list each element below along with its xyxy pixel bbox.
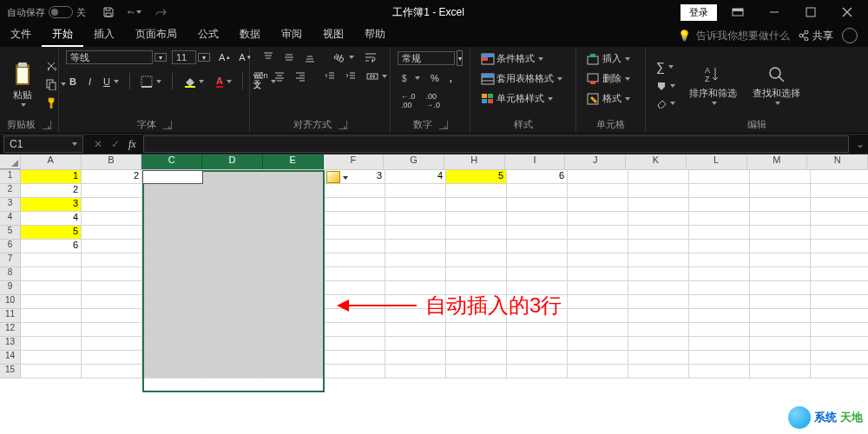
align-bottom-button[interactable] bbox=[301, 50, 319, 64]
cell-J1[interactable] bbox=[568, 170, 628, 184]
cell-J3[interactable] bbox=[568, 198, 628, 212]
tab-公式[interactable]: 公式 bbox=[187, 23, 229, 47]
cell-K2[interactable] bbox=[628, 184, 689, 198]
cell-C2[interactable] bbox=[142, 184, 203, 198]
cell-C6[interactable] bbox=[142, 240, 203, 253]
cell-G5[interactable] bbox=[385, 226, 446, 240]
conditional-format-button[interactable]: 条件格式 bbox=[477, 50, 569, 67]
cell-B14[interactable] bbox=[82, 351, 142, 365]
cell-F13[interactable] bbox=[325, 337, 385, 351]
cell-C8[interactable] bbox=[142, 267, 203, 281]
cell-N3[interactable] bbox=[811, 198, 868, 212]
cell-N14[interactable] bbox=[811, 351, 868, 365]
cell-F15[interactable] bbox=[325, 365, 385, 378]
row-header-8[interactable]: 8 bbox=[0, 267, 21, 281]
cell-M4[interactable] bbox=[750, 212, 811, 226]
row-header-10[interactable]: 10 bbox=[0, 295, 21, 309]
find-select-button[interactable]: 查找和选择 bbox=[747, 61, 806, 108]
cell-K11[interactable] bbox=[628, 309, 689, 323]
cell-E15[interactable] bbox=[264, 365, 325, 378]
clear-button[interactable] bbox=[653, 96, 679, 110]
cell-C4[interactable] bbox=[142, 212, 203, 226]
cell-A12[interactable] bbox=[21, 323, 82, 337]
fill-color-button[interactable] bbox=[180, 74, 207, 89]
cell-N10[interactable] bbox=[811, 295, 868, 309]
fx-icon[interactable]: fx bbox=[128, 138, 136, 151]
col-header-L[interactable]: L bbox=[687, 155, 747, 169]
autosum-button[interactable]: ∑ bbox=[653, 58, 679, 76]
cell-L12[interactable] bbox=[689, 323, 750, 337]
cell-G2[interactable] bbox=[385, 184, 446, 198]
cell-M15[interactable] bbox=[750, 365, 811, 378]
col-header-I[interactable]: I bbox=[505, 155, 566, 169]
cell-B6[interactable] bbox=[82, 240, 142, 253]
minimize-icon[interactable] bbox=[759, 0, 790, 24]
cell-B13[interactable] bbox=[82, 337, 142, 351]
cell-N8[interactable] bbox=[811, 267, 868, 281]
cell-D3[interactable] bbox=[203, 198, 264, 212]
col-header-G[interactable]: G bbox=[384, 155, 444, 169]
cell-E6[interactable] bbox=[264, 240, 325, 253]
cell-I4[interactable] bbox=[507, 212, 568, 226]
tab-文件[interactable]: 文件 bbox=[0, 23, 42, 47]
col-header-M[interactable]: M bbox=[747, 155, 808, 169]
cell-C7[interactable] bbox=[142, 253, 203, 267]
cell-F4[interactable] bbox=[325, 212, 385, 226]
cell-C10[interactable] bbox=[142, 295, 203, 309]
table-format-button[interactable]: 套用表格格式 bbox=[477, 70, 569, 87]
cell-I3[interactable] bbox=[507, 198, 568, 212]
cell-D15[interactable] bbox=[203, 365, 264, 378]
row-header-5[interactable]: 5 bbox=[0, 226, 21, 240]
cell-D2[interactable] bbox=[203, 184, 264, 198]
cell-A1[interactable]: 1 bbox=[21, 170, 82, 184]
select-all-corner[interactable] bbox=[0, 155, 21, 169]
row-header-1[interactable]: 1 bbox=[0, 170, 21, 184]
cell-B3[interactable] bbox=[82, 198, 142, 212]
cell-M2[interactable] bbox=[750, 184, 811, 198]
login-button[interactable]: 登录 bbox=[681, 4, 717, 21]
cell-L14[interactable] bbox=[689, 351, 750, 365]
feedback-icon[interactable] bbox=[842, 28, 858, 43]
insert-cells-button[interactable]: 插入 bbox=[583, 50, 638, 67]
cell-C12[interactable] bbox=[142, 323, 203, 337]
cell-H5[interactable] bbox=[446, 226, 507, 240]
cell-J9[interactable] bbox=[568, 281, 628, 295]
row-header-14[interactable]: 14 bbox=[0, 351, 21, 365]
sort-filter-button[interactable]: AZ 排序和筛选 bbox=[684, 61, 742, 108]
cell-N6[interactable] bbox=[811, 240, 868, 253]
font-size-combo[interactable] bbox=[172, 50, 196, 64]
cell-N1[interactable] bbox=[811, 170, 868, 184]
cell-M13[interactable] bbox=[750, 337, 811, 351]
col-header-E[interactable]: E bbox=[263, 155, 324, 169]
cell-K6[interactable] bbox=[628, 240, 689, 253]
cell-H4[interactable] bbox=[446, 212, 507, 226]
tab-视图[interactable]: 视图 bbox=[312, 23, 354, 47]
cell-E12[interactable] bbox=[264, 323, 325, 337]
cell-G15[interactable] bbox=[385, 365, 446, 378]
cell-B5[interactable] bbox=[82, 226, 142, 240]
cell-A4[interactable]: 4 bbox=[21, 212, 82, 226]
cell-K4[interactable] bbox=[628, 212, 689, 226]
cell-N11[interactable] bbox=[811, 309, 868, 323]
number-format-dd[interactable]: ▾ bbox=[457, 50, 463, 66]
maximize-icon[interactable] bbox=[795, 0, 826, 24]
cell-F7[interactable] bbox=[325, 253, 385, 267]
cell-D13[interactable] bbox=[203, 337, 264, 351]
cell-E2[interactable] bbox=[264, 184, 325, 198]
save-icon[interactable] bbox=[102, 5, 115, 19]
cell-D8[interactable] bbox=[203, 267, 264, 281]
cell-K12[interactable] bbox=[628, 323, 689, 337]
cell-C11[interactable] bbox=[142, 309, 203, 323]
col-header-F[interactable]: F bbox=[324, 155, 385, 169]
col-header-D[interactable]: D bbox=[202, 155, 263, 169]
tell-me-search[interactable]: 💡 告诉我你想要做什么 bbox=[678, 29, 790, 43]
cell-N15[interactable] bbox=[811, 365, 868, 378]
fill-button[interactable] bbox=[653, 79, 679, 93]
cell-E4[interactable] bbox=[264, 212, 325, 226]
cancel-formula-icon[interactable]: ✕ bbox=[94, 138, 102, 151]
cell-A15[interactable] bbox=[21, 365, 82, 378]
cell-L6[interactable] bbox=[689, 240, 750, 253]
cell-C3[interactable] bbox=[142, 198, 203, 212]
accounting-button[interactable]: $ bbox=[398, 71, 424, 85]
cell-N9[interactable] bbox=[811, 281, 868, 295]
